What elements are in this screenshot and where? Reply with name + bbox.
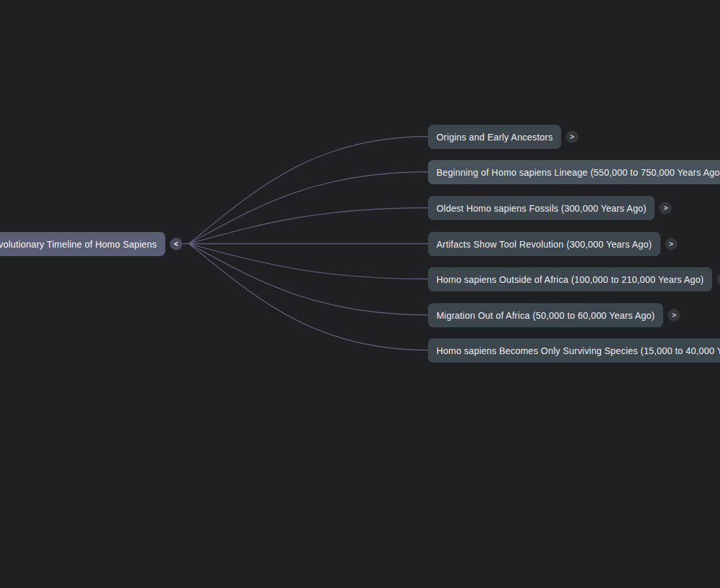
mindmap-canvas: Evolutionary Timeline of Homo Sapiens < … xyxy=(0,0,720,588)
collapse-button[interactable]: < xyxy=(170,238,182,250)
node-artifacts-tool-revolution[interactable]: Artifacts Show Tool Revolution (300,000 … xyxy=(428,232,661,256)
node-beginning-of-lineage[interactable]: Beginning of Homo sapiens Lineage (550,0… xyxy=(428,160,720,184)
child-node-row: Homo sapiens Outside of Africa (100,000 … xyxy=(428,267,720,291)
node-oldest-fossils[interactable]: Oldest Homo sapiens Fossils (300,000 Yea… xyxy=(428,196,655,220)
expand-button[interactable]: > xyxy=(566,131,578,143)
child-node-row: Origins and Early Ancestors > xyxy=(428,125,578,149)
child-node-row: Beginning of Homo sapiens Lineage (550,0… xyxy=(428,160,720,184)
root-node-row: Evolutionary Timeline of Homo Sapiens < xyxy=(0,232,182,256)
expand-button[interactable]: > xyxy=(659,202,672,214)
child-node-row: Migration Out of Africa (50,000 to 60,00… xyxy=(428,303,680,327)
expand-button[interactable]: > xyxy=(717,273,720,286)
child-node-row: Oldest Homo sapiens Fossils (300,000 Yea… xyxy=(428,196,672,220)
connector-lines xyxy=(0,0,720,588)
node-origins-and-early-ancestors[interactable]: Origins and Early Ancestors xyxy=(428,125,561,149)
child-node-row: Artifacts Show Tool Revolution (300,000 … xyxy=(428,232,678,256)
expand-button[interactable]: > xyxy=(665,238,678,250)
child-node-row: Homo sapiens Becomes Only Surviving Spec… xyxy=(428,338,720,363)
node-migration-out-of-africa[interactable]: Migration Out of Africa (50,000 to 60,00… xyxy=(428,303,663,327)
expand-button[interactable]: > xyxy=(668,309,680,321)
connector xyxy=(183,137,428,350)
node-only-surviving-species[interactable]: Homo sapiens Becomes Only Surviving Spec… xyxy=(428,338,720,363)
node-outside-of-africa[interactable]: Homo sapiens Outside of Africa (100,000 … xyxy=(428,267,712,291)
root-node[interactable]: Evolutionary Timeline of Homo Sapiens xyxy=(0,232,165,256)
